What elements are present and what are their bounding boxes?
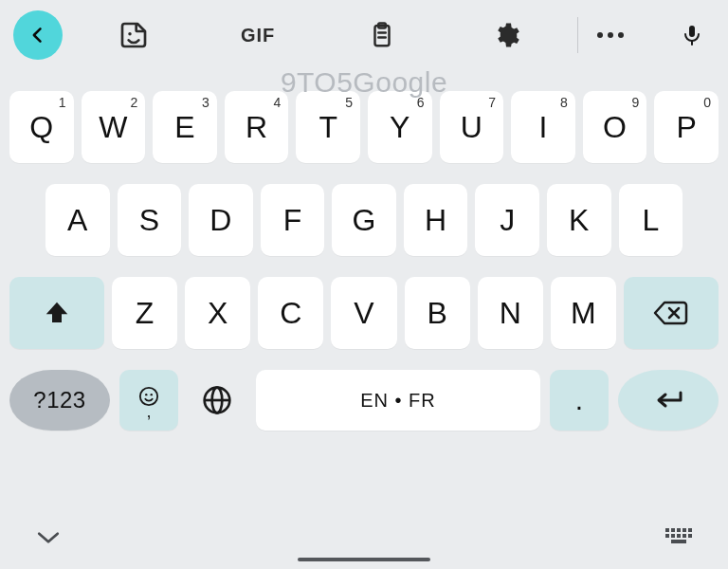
svg-rect-21 <box>665 534 669 538</box>
language-key[interactable] <box>188 370 246 431</box>
key-x[interactable]: X <box>185 277 250 349</box>
key-row-1: Q1 W2 E3 R4 T5 Y6 U7 I8 O9 P0 <box>9 91 719 163</box>
keyboard: Q1 W2 E3 R4 T5 Y6 U7 I8 O9 P0 A S D F G … <box>0 91 728 431</box>
key-row-3: Z X C V B N M <box>9 277 719 349</box>
key-n[interactable]: N <box>478 277 543 349</box>
svg-rect-22 <box>671 534 675 538</box>
key-u[interactable]: U7 <box>440 91 504 163</box>
toolbar-right <box>578 12 715 58</box>
svg-rect-20 <box>688 528 692 532</box>
svg-rect-16 <box>665 528 669 532</box>
chevron-left-icon <box>28 26 47 45</box>
key-c[interactable]: C <box>258 277 323 349</box>
svg-point-6 <box>608 32 613 38</box>
sticker-icon <box>118 20 149 50</box>
svg-rect-8 <box>689 26 695 37</box>
gesture-handle[interactable] <box>298 558 430 561</box>
svg-point-12 <box>151 394 153 395</box>
key-z[interactable]: Z <box>112 277 177 349</box>
svg-point-11 <box>145 394 147 395</box>
chevron-down-icon <box>36 529 61 546</box>
svg-point-5 <box>597 32 603 38</box>
suggestion-toolbar: GIF <box>0 0 728 70</box>
keyboard-grid-icon <box>665 528 692 547</box>
key-row-2: A S D F G H J K L <box>9 184 719 256</box>
toolbar-center: GIF <box>63 12 577 58</box>
key-q[interactable]: Q1 <box>9 91 74 163</box>
clipboard-button[interactable] <box>359 12 405 58</box>
key-b[interactable]: B <box>405 277 470 349</box>
key-m[interactable]: M <box>551 277 616 349</box>
key-p[interactable]: P0 <box>654 91 719 163</box>
key-l[interactable]: L <box>619 184 683 256</box>
key-w[interactable]: W2 <box>82 91 146 163</box>
more-button[interactable] <box>588 12 633 58</box>
key-y[interactable]: Y6 <box>368 91 432 163</box>
key-h[interactable]: H <box>404 184 468 256</box>
backspace-icon <box>653 300 689 326</box>
voice-input-button[interactable] <box>669 12 715 58</box>
svg-rect-23 <box>677 534 681 538</box>
svg-rect-18 <box>677 528 681 532</box>
svg-rect-19 <box>682 528 686 532</box>
key-a[interactable]: A <box>46 184 110 256</box>
emoji-key[interactable]: , <box>119 370 178 431</box>
globe-icon <box>202 385 232 415</box>
clipboard-icon <box>368 21 396 49</box>
svg-point-0 <box>129 32 132 35</box>
key-j[interactable]: J <box>475 184 539 256</box>
spacebar[interactable]: EN • FR <box>256 370 540 431</box>
svg-point-7 <box>618 32 624 38</box>
collapse-keyboard-button[interactable] <box>36 529 61 546</box>
keyboard-mode-button[interactable] <box>665 528 692 547</box>
more-horizontal-icon <box>596 31 625 39</box>
key-e[interactable]: E3 <box>153 91 217 163</box>
backspace-key[interactable] <box>624 277 719 349</box>
svg-rect-17 <box>671 528 675 532</box>
key-f[interactable]: F <box>261 184 325 256</box>
key-r[interactable]: R4 <box>225 91 289 163</box>
enter-key[interactable] <box>618 370 719 431</box>
sticker-button[interactable] <box>111 12 156 58</box>
svg-rect-26 <box>671 540 686 543</box>
comma-label: , <box>146 409 151 414</box>
key-s[interactable]: S <box>118 184 182 256</box>
key-k[interactable]: K <box>547 184 611 256</box>
key-o[interactable]: O9 <box>583 91 647 163</box>
key-t[interactable]: T5 <box>296 91 360 163</box>
back-button[interactable] <box>13 10 63 60</box>
enter-icon <box>652 389 684 412</box>
shift-icon <box>43 299 71 327</box>
key-g[interactable]: G <box>332 184 396 256</box>
shift-key[interactable] <box>9 277 104 349</box>
gear-icon <box>492 21 520 49</box>
svg-rect-25 <box>688 534 692 538</box>
key-i[interactable]: I8 <box>511 91 575 163</box>
settings-button[interactable] <box>483 12 529 58</box>
numbers-key[interactable]: ?123 <box>9 370 110 431</box>
svg-rect-24 <box>682 534 686 538</box>
gif-button[interactable]: GIF <box>235 12 281 58</box>
key-v[interactable]: V <box>331 277 396 349</box>
period-key[interactable]: . <box>550 370 609 431</box>
microphone-icon <box>681 21 703 49</box>
key-row-4: ?123 , EN • FR . <box>9 370 719 431</box>
key-d[interactable]: D <box>189 184 253 256</box>
